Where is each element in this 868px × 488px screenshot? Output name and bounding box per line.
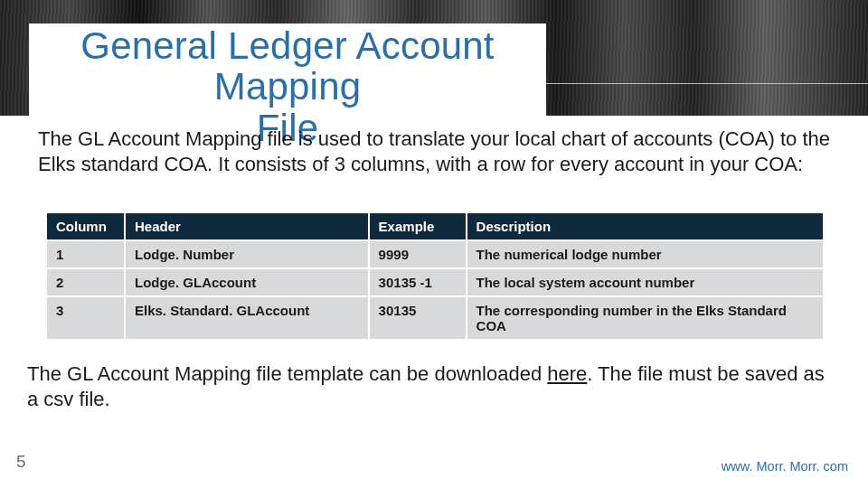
table-row: 3 Elks. Standard. GLAccount 30135 The co… — [47, 296, 824, 340]
footer-url: www. Morr. Morr. com — [722, 459, 848, 474]
cell: 3 — [47, 296, 125, 340]
outro-pre: The GL Account Mapping file template can… — [27, 362, 547, 385]
cell: 1 — [47, 240, 125, 268]
th-header: Header — [125, 213, 369, 240]
table-row: 1 Lodge. Number 9999 The numerical lodge… — [47, 240, 824, 268]
page-number: 5 — [16, 452, 26, 472]
table-header-row: Column Header Example Description — [47, 213, 824, 240]
mapping-table: Column Header Example Description 1 Lodg… — [47, 213, 825, 341]
cell: 30135 -1 — [369, 268, 467, 296]
th-column: Column — [47, 213, 125, 240]
download-link[interactable]: here — [547, 362, 587, 385]
divider-line — [546, 83, 868, 84]
cell: 9999 — [369, 240, 467, 268]
th-example: Example — [369, 213, 467, 240]
cell: The local system account number — [467, 268, 824, 296]
cell: 30135 — [369, 296, 467, 340]
cell: Lodge. Number — [125, 240, 369, 268]
title-line-1: General Ledger Account Mapping — [80, 24, 494, 108]
cell: 2 — [47, 268, 125, 296]
cell: The corresponding number in the Elks Sta… — [467, 296, 824, 340]
th-description: Description — [467, 213, 824, 240]
outro-paragraph: The GL Account Mapping file template can… — [27, 361, 841, 412]
cell: Lodge. GLAccount — [125, 268, 369, 296]
intro-paragraph: The GL Account Mapping file is used to t… — [38, 127, 834, 177]
cell: The numerical lodge number — [467, 240, 824, 268]
title-box: General Ledger Account Mapping File — [29, 23, 546, 116]
slide: General Ledger Account Mapping File The … — [0, 0, 868, 488]
table-row: 2 Lodge. GLAccount 30135 -1 The local sy… — [47, 268, 824, 296]
cell: Elks. Standard. GLAccount — [125, 296, 369, 340]
